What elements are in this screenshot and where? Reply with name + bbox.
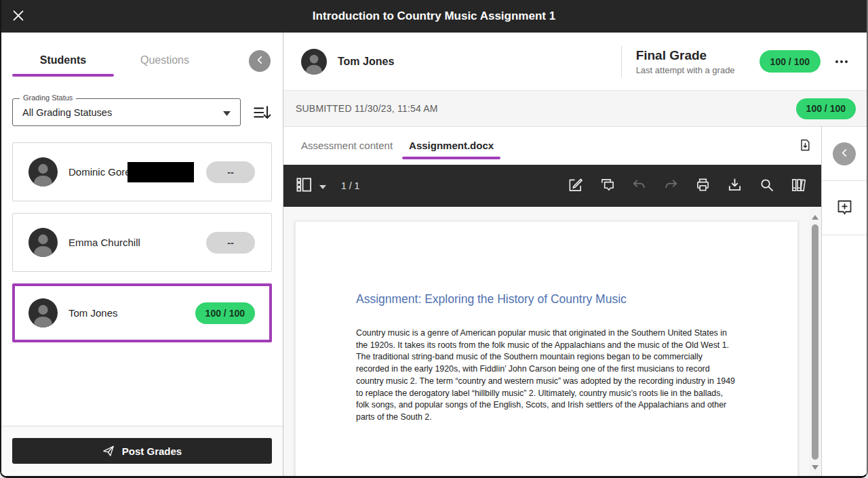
edit-icon bbox=[568, 177, 583, 195]
panel-collapse-button[interactable] bbox=[249, 50, 271, 72]
add-annotation-button[interactable] bbox=[835, 198, 854, 218]
page-title: Introduction to Country Music Assignment… bbox=[1, 9, 867, 23]
avatar bbox=[28, 228, 58, 257]
viewer-scrollbar[interactable] bbox=[809, 207, 821, 476]
student-name: Tom Jones bbox=[68, 307, 118, 319]
person-icon bbox=[28, 228, 58, 257]
attempt-student-name: Tom Jones bbox=[338, 56, 394, 68]
page-indicator: 1 / 1 bbox=[341, 180, 359, 191]
right-sidebar bbox=[821, 127, 867, 476]
add-comment-icon bbox=[835, 208, 854, 218]
close-icon bbox=[11, 8, 26, 25]
attempt-header: Tom Jones Final Grade Last attempt with … bbox=[283, 33, 867, 90]
final-grade-pill[interactable]: 100 / 100 bbox=[760, 50, 821, 73]
viewer-column: Assessment content Assignment.docx bbox=[283, 127, 821, 476]
search-button[interactable] bbox=[759, 177, 774, 195]
final-grade-block: Final Grade Last attempt with a grade bbox=[636, 48, 735, 75]
person-icon bbox=[301, 49, 327, 75]
chevron-down-icon bbox=[223, 106, 231, 119]
header-divider bbox=[621, 46, 622, 77]
person-icon bbox=[28, 298, 58, 327]
comments-button[interactable] bbox=[599, 177, 615, 195]
post-grades-button[interactable]: Post Grades bbox=[12, 438, 272, 464]
student-card-dominic-gore[interactable]: Dominic Gore -- bbox=[12, 142, 272, 201]
post-grades-bar: Post Grades bbox=[1, 426, 283, 476]
content-tabs: Assessment content Assignment.docx bbox=[283, 127, 821, 165]
sidebar-collapse-button[interactable] bbox=[833, 142, 856, 165]
pdf-toolbar: 1 / 1 bbox=[283, 165, 821, 207]
document-paragraph: Country music is a genre of American pop… bbox=[356, 327, 736, 424]
print-icon bbox=[695, 177, 711, 195]
student-name: Dominic Gore bbox=[68, 166, 131, 178]
library-icon bbox=[791, 177, 806, 195]
caret-down-icon bbox=[319, 181, 326, 191]
app-header: Introduction to Country Music Assignment… bbox=[1, 0, 867, 33]
thumbnails-panel-icon bbox=[296, 176, 313, 195]
redo-icon bbox=[663, 177, 679, 195]
avatar bbox=[28, 298, 58, 327]
student-avatar bbox=[301, 49, 327, 75]
student-name: Emma Churchill bbox=[68, 237, 140, 248]
sort-icon bbox=[252, 102, 272, 125]
submission-status: SUBMITTED 11/30/23, 11:54 AM bbox=[296, 103, 438, 114]
scrollbar-thumb[interactable] bbox=[812, 224, 818, 460]
attempt-panel: Tom Jones Final Grade Last attempt with … bbox=[283, 33, 867, 476]
grade-pill: 100 / 100 bbox=[195, 302, 255, 324]
redo-button[interactable] bbox=[663, 177, 679, 195]
document-title: Assignment: Exploring the History of Cou… bbox=[356, 292, 736, 306]
chevron-left-icon bbox=[254, 54, 266, 68]
avatar bbox=[28, 157, 58, 186]
download-button[interactable] bbox=[727, 177, 743, 195]
student-card-emma-churchill[interactable]: Emma Churchill -- bbox=[12, 213, 272, 272]
document-viewer: Assignment: Exploring the History of Cou… bbox=[283, 207, 821, 476]
library-button[interactable] bbox=[791, 177, 806, 195]
tab-questions[interactable]: Questions bbox=[114, 54, 216, 77]
comments-icon bbox=[599, 177, 615, 195]
person-icon bbox=[28, 157, 58, 186]
undo-icon bbox=[631, 177, 647, 195]
student-card-tom-jones[interactable]: Tom Jones 100 / 100 bbox=[12, 283, 272, 342]
grade-pill: -- bbox=[206, 161, 255, 183]
annotate-button[interactable] bbox=[568, 177, 583, 195]
sort-button[interactable] bbox=[252, 102, 272, 125]
send-icon bbox=[102, 445, 115, 457]
download-file-button[interactable] bbox=[798, 138, 812, 154]
print-button[interactable] bbox=[695, 177, 711, 195]
tab-assignment-docx[interactable]: Assignment.docx bbox=[401, 137, 502, 161]
grade-pill: -- bbox=[206, 232, 255, 254]
window-frame: Introduction to Country Music Assignment… bbox=[0, 0, 868, 478]
students-panel: Students Questions Grading Status All Gr… bbox=[1, 33, 283, 476]
thumbnails-button[interactable] bbox=[296, 176, 313, 195]
file-download-icon bbox=[798, 138, 812, 154]
grading-status-value: All Grading Statuses bbox=[22, 107, 112, 118]
submission-grade-pill: 100 / 100 bbox=[796, 98, 856, 119]
grading-status-label: Grading Status bbox=[20, 94, 76, 102]
post-grades-label: Post Grades bbox=[122, 445, 182, 457]
panel-tabs: Students Questions bbox=[1, 33, 283, 80]
more-options-icon bbox=[835, 60, 838, 63]
grading-filter-row: Grading Status All Grading Statuses bbox=[1, 80, 283, 126]
student-list: Dominic Gore -- Emma Churchill -- Tom Jo… bbox=[1, 126, 283, 426]
document-page: Assignment: Exploring the History of Cou… bbox=[295, 221, 798, 476]
redaction-box bbox=[127, 162, 194, 182]
scroll-up-arrow[interactable] bbox=[812, 215, 818, 220]
chevron-left-icon bbox=[839, 147, 850, 161]
final-grade-title: Final Grade bbox=[636, 48, 735, 63]
view-mode-caret-button[interactable] bbox=[319, 181, 326, 191]
tab-assessment-content[interactable]: Assessment content bbox=[293, 137, 401, 161]
grading-status-select[interactable]: Grading Status All Grading Statuses bbox=[12, 98, 241, 126]
undo-button[interactable] bbox=[631, 177, 647, 195]
final-grade-subtitle: Last attempt with a grade bbox=[636, 65, 735, 75]
tab-students[interactable]: Students bbox=[12, 54, 114, 77]
scroll-down-arrow[interactable] bbox=[812, 465, 818, 470]
close-button[interactable] bbox=[1, 0, 35, 33]
submission-bar: SUBMITTED 11/30/23, 11:54 AM 100 / 100 bbox=[283, 90, 867, 127]
download-icon bbox=[727, 177, 743, 195]
more-options-button[interactable] bbox=[834, 56, 849, 67]
search-icon bbox=[759, 177, 774, 195]
